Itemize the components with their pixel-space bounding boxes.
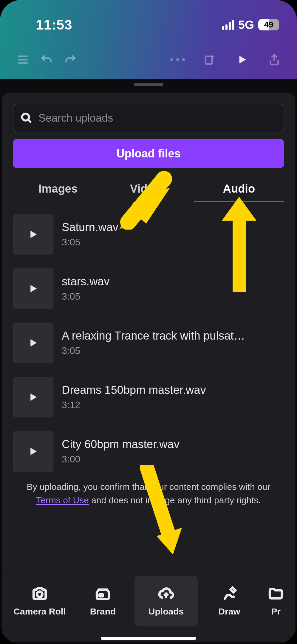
- menu-button[interactable]: [11, 48, 35, 72]
- file-name: A relaxing Trance track with pulsati…: [62, 329, 247, 342]
- nav-label: Brand: [90, 606, 116, 617]
- brand-icon: [95, 586, 111, 602]
- nav-label: Draw: [218, 606, 240, 617]
- file-duration: 3:05: [62, 237, 284, 248]
- terms-of-use-link[interactable]: Terms of Use: [36, 495, 89, 505]
- audio-thumbnail[interactable]: [13, 323, 53, 363]
- play-icon: [27, 391, 39, 403]
- bottom-nav: Camera Roll Brand Uploads Draw Pr: [2, 571, 295, 631]
- list-item[interactable]: A relaxing Trance track with pulsati… 3:…: [13, 323, 284, 363]
- battery-icon: 49: [258, 19, 279, 30]
- network-label: 5G: [238, 18, 254, 32]
- nav-uploads[interactable]: Uploads: [134, 576, 198, 626]
- upload-type-tabs: Images Videos Audio: [13, 175, 284, 202]
- list-item[interactable]: City 60bpm master.wav 3:00: [13, 431, 284, 472]
- more-icon: [170, 58, 185, 61]
- svg-point-2: [37, 592, 42, 597]
- audio-thumbnail[interactable]: [13, 431, 53, 472]
- status-right: 5G 49: [222, 18, 279, 32]
- nav-brand[interactable]: Brand: [71, 576, 134, 626]
- active-tab-indicator: [194, 201, 284, 202]
- nav-camera-roll[interactable]: Camera Roll: [8, 576, 71, 626]
- magic-button[interactable]: [198, 48, 222, 72]
- status-time: 11:53: [36, 17, 72, 33]
- tab-videos[interactable]: Videos: [103, 175, 194, 202]
- play-icon: [27, 282, 39, 295]
- upload-files-button[interactable]: Upload files: [13, 139, 284, 168]
- search-field[interactable]: [13, 104, 284, 132]
- file-name: Saturn.wav: [62, 221, 247, 234]
- tab-audio[interactable]: Audio: [194, 175, 284, 202]
- list-item[interactable]: Saturn.wav 3:05: [13, 214, 284, 255]
- hamburger-icon: [16, 53, 29, 66]
- svg-rect-3: [100, 594, 103, 596]
- more-button[interactable]: [166, 48, 190, 72]
- nav-label: Uploads: [148, 606, 184, 617]
- redo-icon: [64, 53, 77, 66]
- play-icon: [27, 337, 39, 349]
- list-item[interactable]: Dreams 150bpm master.wav 3:12: [13, 377, 284, 417]
- nav-label: Pr: [271, 606, 281, 617]
- add-page-icon: [203, 53, 216, 66]
- undo-icon: [40, 53, 53, 66]
- uploads-panel: Upload files Images Videos Audio Saturn.…: [2, 93, 295, 642]
- file-duration: 3:00: [62, 454, 284, 465]
- nav-draw[interactable]: Draw: [198, 576, 261, 626]
- file-duration: 3:05: [62, 291, 284, 302]
- status-bar: 11:53 5G 49: [0, 14, 297, 35]
- play-icon: [27, 445, 39, 458]
- file-duration: 3:12: [62, 400, 284, 411]
- undo-button[interactable]: [35, 48, 58, 72]
- list-item[interactable]: stars.wav 3:05: [13, 268, 284, 309]
- draw-icon: [221, 586, 237, 602]
- upload-disclaimer: By uploading, you confirm that your cont…: [13, 480, 284, 507]
- play-button[interactable]: [230, 48, 254, 72]
- play-icon: [236, 53, 249, 66]
- file-name: stars.wav: [62, 275, 247, 288]
- signal-icon: [222, 20, 234, 30]
- file-name: Dreams 150bpm master.wav: [62, 384, 247, 397]
- battery-level: 49: [264, 20, 273, 30]
- nav-projects[interactable]: Pr: [261, 576, 291, 626]
- camera-icon: [32, 586, 48, 602]
- nav-label: Camera Roll: [13, 606, 66, 617]
- share-icon: [268, 53, 281, 66]
- play-icon: [27, 228, 39, 241]
- audio-thumbnail[interactable]: [13, 214, 53, 255]
- svg-point-1: [22, 114, 29, 120]
- search-input[interactable]: [38, 112, 276, 124]
- folder-icon: [268, 586, 284, 602]
- redo-button[interactable]: [58, 48, 82, 72]
- svg-rect-0: [205, 56, 212, 64]
- screen: 11:53 5G 49: [0, 0, 297, 644]
- sheet-drag-handle[interactable]: [134, 83, 163, 86]
- tab-images[interactable]: Images: [13, 175, 103, 202]
- audio-list: Saturn.wav 3:05 stars.wav 3:05 A relaxin…: [13, 214, 284, 472]
- cloud-upload-icon: [158, 586, 174, 602]
- home-indicator[interactable]: [101, 637, 196, 640]
- file-name: City 60bpm master.wav: [62, 438, 247, 451]
- share-button[interactable]: [262, 48, 286, 72]
- file-duration: 3:05: [62, 345, 284, 356]
- editor-toolbar: [0, 48, 297, 72]
- uploads-sheet: Upload files Images Videos Audio Saturn.…: [0, 79, 297, 644]
- audio-thumbnail[interactable]: [13, 268, 53, 309]
- audio-thumbnail[interactable]: [13, 377, 53, 417]
- search-icon: [21, 112, 33, 124]
